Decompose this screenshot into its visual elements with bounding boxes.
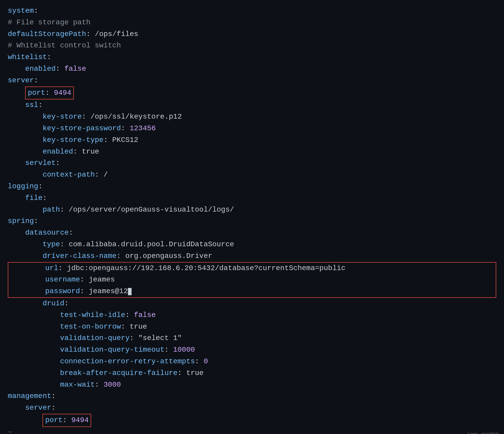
code-line: max-wait: 3000: [8, 379, 496, 391]
code-line: url: jdbc:opengauss://192.168.6.20:5432/…: [10, 263, 494, 274]
code-line: connection-error-retry-attempts: 0: [8, 356, 496, 367]
code-line: key-store-password: 123456: [8, 123, 496, 134]
code-line: servlet:: [8, 157, 496, 169]
code-line: port: 9494: [8, 86, 496, 100]
code-line: server:: [8, 75, 496, 86]
code-line: validation-query-timeout: 10000: [8, 344, 496, 356]
code-line: file:: [8, 192, 496, 204]
code-line: datasource:: [8, 227, 496, 239]
code-line: defaultStoragePath: /ops/files: [8, 28, 496, 40]
code-line: management:: [8, 390, 496, 402]
code-line: validation-query: "select 1": [8, 332, 496, 344]
code-line: context-path: /: [8, 169, 496, 181]
code-editor: system:# File storage pathdefaultStorage…: [8, 5, 496, 434]
code-line: logging:: [8, 181, 496, 192]
code-line: password: jeames@12: [10, 286, 494, 297]
code-line: spring:: [8, 215, 496, 227]
code-line: ssl:: [8, 99, 496, 111]
code-line: ~: [8, 427, 496, 434]
code-line: port: 9494: [8, 414, 496, 427]
code-line: druid:: [8, 298, 496, 309]
code-line: username: jeames: [10, 274, 494, 286]
code-line: driver-class-name: org.opengauss.Driver: [8, 250, 496, 262]
code-line: key-store: /ops/ssl/keystore.p12: [8, 111, 496, 123]
code-line: test-on-borrow: true: [8, 321, 496, 333]
highlighted-block: url: jdbc:opengauss://192.168.6.20:5432/…: [8, 262, 496, 298]
watermark: CSDN @IT邦德: [467, 431, 499, 434]
code-line: whitelist:: [8, 52, 496, 63]
code-line: path: /ops/server/openGauss-visualtool/l…: [8, 204, 496, 216]
code-line: test-while-idle: false: [8, 309, 496, 321]
code-line: key-store-type: PKCS12: [8, 134, 496, 146]
code-line: break-after-acquire-failure: true: [8, 367, 496, 379]
code-line: # File storage path: [8, 17, 496, 28]
code-line: system:: [8, 5, 496, 17]
code-line: enabled: false: [8, 63, 496, 75]
code-line: enabled: true: [8, 146, 496, 158]
code-line: # Whitelist control switch: [8, 40, 496, 52]
code-line: server:: [8, 402, 496, 414]
code-line: type: com.alibaba.druid.pool.DruidDataSo…: [8, 239, 496, 250]
